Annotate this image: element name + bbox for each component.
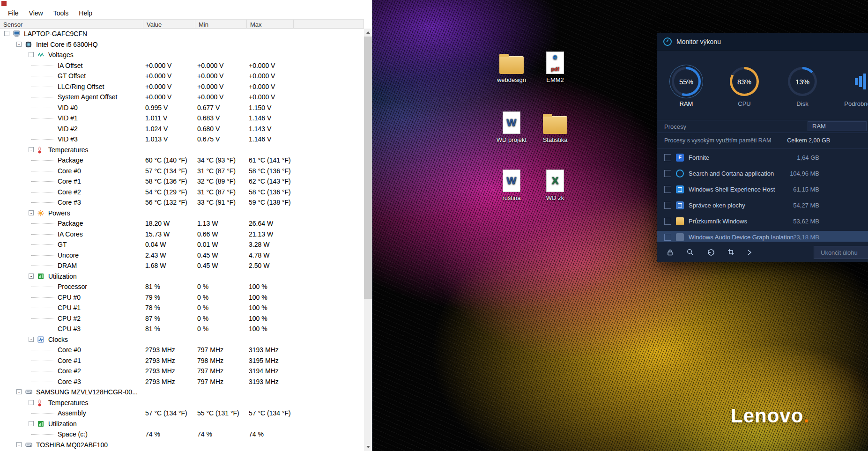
process-checkbox[interactable] <box>664 170 671 177</box>
tree-expand-toggle[interactable]: - <box>29 337 34 342</box>
desktop-icon-wd-projekt[interactable]: WWD projekt <box>489 111 534 143</box>
sensor-row-core-0[interactable]: Core #02793 MHz797 MHz3193 MHz <box>0 345 364 355</box>
sensor-row-gt-offset[interactable]: GT Offset+0.000 V+0.000 V+0.000 V <box>0 71 364 81</box>
sensor-row-temperatures[interactable]: -Temperatures <box>0 145 364 155</box>
sensor-row-core-3[interactable]: Core #356 °C (132 °F)33 °C (91 °F)59 °C … <box>0 197 364 208</box>
sensor-row-powers[interactable]: -Powers <box>0 208 364 219</box>
tree-expand-toggle[interactable]: - <box>29 400 34 405</box>
process-row-windows-shell-experience-host[interactable]: Windows Shell Experience Host61,15 MB <box>657 181 868 197</box>
tree-expand-toggle[interactable]: - <box>29 147 34 152</box>
sensor-row-clocks[interactable]: -Clocks <box>0 334 364 345</box>
desktop-icon-ru-tina[interactable]: Wruština <box>489 169 534 201</box>
menu-file[interactable]: File <box>3 8 24 18</box>
process-row-search-and-cortana-application[interactable]: Search and Cortana application104,96 MB <box>657 165 868 181</box>
search-icon[interactable] <box>686 248 694 256</box>
gauge-disk[interactable]: 13%Disk <box>784 67 821 107</box>
column-ram[interactable]: RAM <box>808 121 867 131</box>
desktop-icon-statistika[interactable]: Statistika <box>533 111 578 143</box>
temperature-icon <box>37 399 42 408</box>
tab-disk[interactable]: Disk <box>784 100 821 107</box>
sensor-row-laptop-gafc9cfn[interactable]: -LAPTOP-GAFC9CFN <box>0 29 364 39</box>
sensor-row-assembly[interactable]: Assembly57 °C (134 °F)55 °C (131 °F)57 °… <box>0 408 364 419</box>
tab-ram[interactable]: RAM <box>668 100 705 107</box>
scroll-down-button[interactable] <box>364 443 372 451</box>
sensor-row-vid-3[interactable]: VID #31.013 V0.675 V1.146 V <box>0 134 364 145</box>
end-task-button[interactable]: Ukončit úlohu <box>814 246 868 259</box>
menu-view[interactable]: View <box>24 8 48 18</box>
sensor-row-intel-core-i5-6300hq[interactable]: -Intel Core i5 6300HQ <box>0 39 364 50</box>
process-checkbox[interactable] <box>664 218 671 225</box>
sensor-row-voltages[interactable]: -Voltages <box>0 50 364 60</box>
sensor-row-utilization[interactable]: -Utilization <box>0 271 364 282</box>
sensor-row-cpu-0[interactable]: CPU #079 %0 %100 % <box>0 292 364 303</box>
tree-expand-toggle[interactable]: - <box>29 421 34 426</box>
sensor-row-vid-1[interactable]: VID #11.011 V0.683 V1.146 V <box>0 113 364 124</box>
sensor-row-ia-cores[interactable]: IA Cores15.73 W0.66 W21.13 W <box>0 229 364 240</box>
sensor-max: 3195 MHz <box>249 357 279 364</box>
tree-expand-toggle[interactable]: - <box>4 31 9 36</box>
menu-tools[interactable]: Tools <box>48 8 74 18</box>
sensor-row-cpu-3[interactable]: CPU #381 %0 %100 % <box>0 324 364 334</box>
column-sensor[interactable]: Sensor <box>0 20 143 28</box>
tree-expand-toggle[interactable]: - <box>16 442 22 447</box>
sensor-row-package[interactable]: Package60 °C (140 °F)34 °C (93 °F)61 °C … <box>0 155 364 166</box>
tab-cpu[interactable]: CPU <box>726 100 763 107</box>
sensor-row-vid-0[interactable]: VID #00.995 V0.677 V1.150 V <box>0 103 364 113</box>
desktop-icon-emm2[interactable]: epdfEMM2 <box>533 51 578 83</box>
desktop-icon-wd-zk[interactable]: XWD zk <box>533 169 578 201</box>
tree-expand-toggle[interactable]: - <box>29 52 34 57</box>
sensor-row-core-3[interactable]: Core #32793 MHz797 MHz3193 MHz <box>0 377 364 387</box>
sensor-row-space-c[interactable]: Space (c:)74 %74 %74 % <box>0 429 364 440</box>
shell-icon <box>676 185 684 193</box>
vantage-header[interactable]: Monitor výkonu <box>657 33 868 51</box>
process-row-spr-vce-oken-plochy[interactable]: Správce oken plochy54,27 MB <box>657 197 868 213</box>
sensor-row-samsung-mzvlv128hcgr-00[interactable]: -SAMSUNG MZVLV128HCGR-00... <box>0 387 364 398</box>
column-max[interactable]: Max <box>247 20 294 28</box>
sensor-row-temperatures[interactable]: -Temperatures <box>0 398 364 408</box>
gauge-podrobnosti[interactable]: Podrobnosti <box>842 67 868 107</box>
pin-icon[interactable] <box>666 248 674 256</box>
tree-expand-toggle[interactable]: - <box>16 389 22 394</box>
tab-podrobnosti[interactable]: Podrobnosti <box>842 100 868 107</box>
window-titlebar[interactable] <box>0 0 372 7</box>
sensor-row-core-2[interactable]: Core #254 °C (129 °F)31 °C (87 °F)58 °C … <box>0 187 364 198</box>
chevron-right-icon[interactable] <box>747 249 752 256</box>
tree-expand-toggle[interactable]: - <box>29 210 34 215</box>
process-checkbox[interactable] <box>664 154 671 161</box>
process-checkbox[interactable] <box>664 202 671 209</box>
gauge-cpu[interactable]: 83%CPU <box>726 67 763 107</box>
process-row-pr-zkumn-k-windows[interactable]: Průzkumník Windows53,62 MB <box>657 213 868 229</box>
process-checkbox[interactable] <box>664 186 671 193</box>
sensor-row-cpu-2[interactable]: CPU #287 %0 %100 % <box>0 313 364 324</box>
sensor-row-llc-ring-offset[interactable]: LLC/Ring Offset+0.000 V+0.000 V+0.000 V <box>0 81 364 92</box>
sensor-row-uncore[interactable]: Uncore2.43 W0.45 W4.78 W <box>0 250 364 261</box>
scroll-up-button[interactable] <box>364 29 372 37</box>
tree-expand-toggle[interactable]: - <box>16 42 22 47</box>
crop-icon[interactable] <box>727 248 735 256</box>
column-value[interactable]: Value <box>143 20 195 28</box>
undo-icon[interactable] <box>706 249 715 256</box>
sensor-row-ia-offset[interactable]: IA Offset+0.000 V+0.000 V+0.000 V <box>0 60 364 71</box>
menu-help[interactable]: Help <box>74 8 97 18</box>
sensor-row-system-agent-offset[interactable]: System Agent Offset+0.000 V+0.000 V+0.00… <box>0 92 364 103</box>
sensor-row-core-0[interactable]: Core #057 °C (134 °F)31 °C (87 °F)58 °C … <box>0 166 364 177</box>
sensor-value: 54 °C (129 °F) <box>145 188 187 196</box>
sensor-row-core-1[interactable]: Core #12793 MHz798 MHz3195 MHz <box>0 355 364 366</box>
process-row-fortnite[interactable]: FFortnite1,64 GB <box>657 149 868 165</box>
sensor-row-core-2[interactable]: Core #22793 MHz797 MHz3194 MHz <box>0 366 364 377</box>
vertical-scrollbar[interactable] <box>364 29 372 451</box>
desktop-icon-webdesign[interactable]: webdesign <box>489 51 534 83</box>
column-min[interactable]: Min <box>195 20 247 28</box>
sensor-row-cpu-1[interactable]: CPU #178 %0 %100 % <box>0 303 364 313</box>
sensor-row-vid-2[interactable]: VID #21.024 V0.680 V1.143 V <box>0 124 364 134</box>
tree-expand-toggle[interactable]: - <box>29 274 34 279</box>
gauge-ram[interactable]: 55%RAM <box>668 67 705 107</box>
scrollbar-thumb[interactable] <box>364 37 372 299</box>
sensor-row-utilization[interactable]: -Utilization <box>0 419 364 429</box>
sensor-row-processor[interactable]: Processor81 %0 %100 % <box>0 281 364 292</box>
sensor-row-gt[interactable]: GT0.04 W0.01 W3.28 W <box>0 239 364 250</box>
sensor-row-core-1[interactable]: Core #158 °C (136 °F)32 °C (89 °F)62 °C … <box>0 176 364 187</box>
sensor-row-dram[interactable]: DRAM1.68 W0.45 W2.50 W <box>0 260 364 271</box>
sensor-row-package[interactable]: Package18.20 W1.13 W26.64 W <box>0 218 364 229</box>
sensor-row-toshiba-mq02abf100[interactable]: -TOSHIBA MQ02ABF100 <box>0 440 364 451</box>
